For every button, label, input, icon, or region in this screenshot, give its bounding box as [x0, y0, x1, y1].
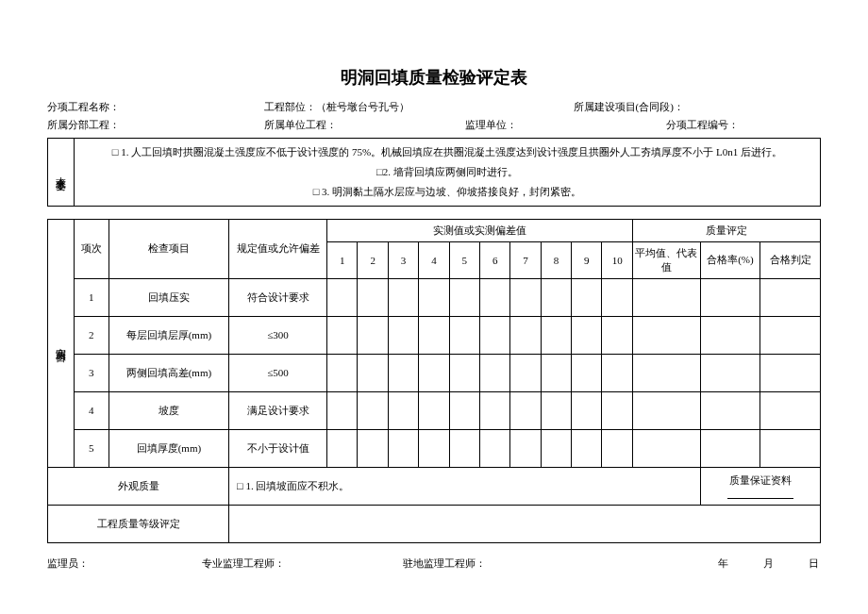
main-table: 本求基要 □ 1. 人工回填时拱圈混凝土强度应不低于设计强度的 75%。机械回填…	[47, 138, 821, 543]
qa-label: 质量保证资料	[729, 474, 792, 486]
col-passrate: 合格率(%)	[700, 241, 760, 278]
col-measured: 实测值或实测偏差值	[327, 219, 633, 241]
measured-label: 实测项目	[54, 340, 68, 347]
cell-seq: 4	[74, 391, 108, 429]
qa-underline	[727, 489, 793, 499]
table-header: 实测项目 项次 检查项目 规定值或允许偏差 实测值或实测偏差值 质量评定	[48, 219, 821, 241]
col-n: 10	[602, 241, 632, 278]
table-row: 2 每层回填层厚(mm) ≤300	[48, 316, 821, 354]
cell-item: 每层回填层厚(mm)	[108, 316, 228, 354]
meta-label: 工程部位：（桩号墩台号孔号）	[264, 100, 409, 114]
sig-supervisor: 监理员：	[47, 557, 89, 569]
meta-label: 监理单位：	[465, 118, 517, 132]
col-seq: 项次	[74, 219, 108, 278]
appearance-label: 外观质量	[48, 467, 229, 505]
col-n: 4	[419, 241, 449, 278]
cell-spec: ≤300	[229, 316, 327, 354]
col-n: 9	[572, 241, 602, 278]
meta-label: 分项工程编号：	[666, 118, 739, 132]
appearance-text: □ 1. 回填坡面应不积水。	[229, 467, 701, 505]
req-line: □2. 墙背回填应两侧同时进行。	[76, 162, 818, 182]
cell-item: 两侧回填高差(mm)	[108, 354, 228, 391]
meta-label: 所属单位工程：	[264, 118, 337, 132]
col-n: 1	[327, 241, 358, 278]
table-row: 5 回填厚度(mm) 不小于设计值	[48, 429, 821, 467]
table-row: 3 两侧回填高差(mm) ≤500	[48, 354, 821, 391]
meta-row-2: 所属分部工程： 所属单位工程： 监理单位： 分项工程编号：	[47, 118, 821, 132]
grade-label: 工程质量等级评定	[48, 505, 229, 542]
basic-req-label: 本求基要	[54, 168, 68, 175]
cell-seq: 2	[74, 316, 108, 354]
qa-cell: 质量保证资料	[700, 467, 820, 505]
col-avg: 平均值、代表值	[632, 241, 700, 278]
cell-spec: 符合设计要求	[229, 278, 327, 316]
col-n: 8	[541, 241, 571, 278]
col-item: 检查项目	[108, 219, 228, 278]
meta-label: 所属分部工程：	[47, 118, 120, 132]
req-line: □ 3. 明洞黏土隔水层应与边坡、仰坡搭接良好，封闭紧密。	[76, 182, 818, 202]
appearance-row: 外观质量 □ 1. 回填坡面应不积水。 质量保证资料	[48, 467, 821, 505]
table-row: 4 坡度 满足设计要求	[48, 391, 821, 429]
date-day: 日	[809, 557, 821, 569]
sig-resident-engineer: 驻地监理工程师：	[403, 557, 486, 569]
cell-spec: ≤500	[229, 354, 327, 391]
basic-req-cell: □ 1. 人工回填时拱圈混凝土强度应不低于设计强度的 75%。机械回填应在拱圈混…	[74, 139, 820, 207]
col-quality: 质量评定	[632, 219, 820, 241]
cell-item: 回填压实	[108, 278, 228, 316]
meta-label: 所属建设项目(合同段)：	[574, 100, 684, 114]
col-spec: 规定值或允许偏差	[229, 219, 327, 278]
grade-row: 工程质量等级评定	[48, 505, 821, 542]
cell-spec: 满足设计要求	[229, 391, 327, 429]
req-line: □ 1. 人工回填时拱圈混凝土强度应不低于设计强度的 75%。机械回填应在拱圈混…	[76, 142, 818, 162]
cell-seq: 5	[74, 429, 108, 467]
col-n: 2	[358, 241, 388, 278]
cell-spec: 不小于设计值	[229, 429, 327, 467]
col-n: 7	[510, 241, 541, 278]
table-row: 1 回填压实 符合设计要求	[48, 278, 821, 316]
date-year: 年	[718, 557, 730, 569]
cell-item: 回填厚度(mm)	[108, 429, 228, 467]
meta-row-1: 分项工程名称： 工程部位：（桩号墩台号孔号） 所属建设项目(合同段)：	[47, 100, 821, 114]
meta-label: 分项工程名称：	[47, 100, 120, 114]
footer-signatures: 监理员： 专业监理工程师： 驻地监理工程师： 年 月 日	[47, 556, 821, 571]
col-n: 6	[479, 241, 509, 278]
cell-seq: 3	[74, 354, 108, 391]
page-title: 明洞回填质量检验评定表	[47, 66, 821, 89]
col-passjudge: 合格判定	[760, 241, 821, 278]
col-n: 5	[449, 241, 479, 278]
sig-pro-engineer: 专业监理工程师：	[202, 557, 285, 569]
cell-seq: 1	[74, 278, 108, 316]
cell-item: 坡度	[108, 391, 228, 429]
date-month: 月	[763, 557, 776, 569]
col-n: 3	[388, 241, 418, 278]
